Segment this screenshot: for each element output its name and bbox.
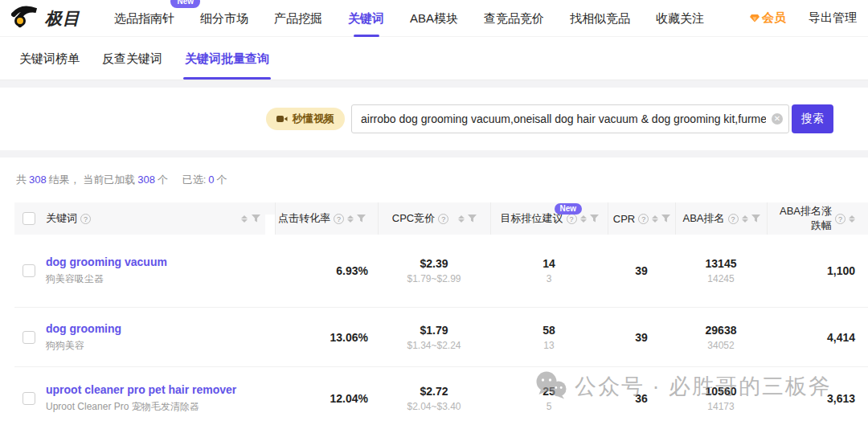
row-checkbox[interactable]: [23, 392, 35, 405]
nav-item-similar-competitors[interactable]: 找相似竞品: [557, 0, 643, 37]
target-rank-value: 25: [490, 385, 608, 398]
row-checkbox[interactable]: [23, 331, 35, 344]
table-row[interactable]: dog grooming vacuum 狗美容吸尘器 6.93% $2.39 $…: [14, 235, 868, 308]
export-manager-link[interactable]: 导出管理: [809, 10, 857, 26]
selected-count: 0: [208, 174, 214, 186]
cpc-range: $1.34~$2.24: [378, 340, 490, 351]
header-aba-rank: ABA排名 ?: [675, 202, 767, 235]
table-row[interactable]: dog grooming 狗狗美容 13.06% $1.79 $1.34~$2.…: [14, 308, 868, 367]
video-tutorial-badge[interactable]: 秒懂视频: [266, 108, 345, 130]
nav-item-product-compass[interactable]: 选品指南针 New: [101, 0, 187, 37]
help-icon[interactable]: ?: [835, 214, 845, 224]
help-icon[interactable]: ?: [638, 214, 649, 224]
logo-text: 极目: [45, 7, 80, 30]
target-rank-sub: 5: [490, 401, 608, 412]
sort-icon[interactable]: [652, 215, 658, 223]
cpc-range: $1.79~$2.99: [378, 273, 490, 284]
cpc-value: $2.39: [378, 257, 490, 270]
diamond-icon: [750, 11, 760, 25]
sort-icon[interactable]: [742, 215, 748, 223]
video-camera-icon: [276, 113, 288, 125]
header-partial-column: [241, 215, 275, 223]
target-rank-value: 14: [490, 257, 608, 270]
help-icon[interactable]: ?: [567, 214, 577, 224]
nav-item-niche-market[interactable]: 细分市场: [187, 0, 261, 37]
sort-icon[interactable]: [849, 215, 855, 223]
table-header-row: 关键词 ? 点击转化率 ? CPC竞价 ?: [14, 202, 868, 235]
tab-keyword-ranking[interactable]: 关键词榜单: [8, 47, 91, 80]
sort-icon[interactable]: [241, 215, 248, 223]
top-navigation: 极目 选品指南针 New 细分市场 产品挖掘 关键词 ABA模块 查竞品竞价 找…: [0, 0, 868, 37]
aba-rank-value: 10560: [675, 385, 767, 398]
keyword-translation: 狗美容吸尘器: [46, 272, 167, 286]
cpr-value: 36: [635, 392, 648, 405]
aba-rank-sub: 34052: [675, 340, 767, 351]
filter-icon[interactable]: [468, 215, 477, 223]
click-rate-value: 12.04%: [330, 392, 368, 405]
loaded-count: 308: [137, 174, 155, 186]
nav-item-favorites[interactable]: 收藏关注: [643, 0, 717, 37]
fixed-column-gap: [265, 215, 275, 247]
row-checkbox[interactable]: [23, 264, 35, 277]
nav-item-competitor-bid[interactable]: 查竞品竞价: [471, 0, 557, 37]
header-target-rank: New 目标排位建议 ?: [490, 202, 608, 235]
select-all-checkbox[interactable]: [23, 212, 35, 225]
help-icon[interactable]: ?: [438, 214, 448, 224]
keyword-link[interactable]: dog grooming: [46, 322, 121, 335]
filter-icon[interactable]: [252, 215, 260, 223]
member-link[interactable]: 会员: [750, 10, 786, 26]
aba-change-value: 3,613: [827, 392, 855, 405]
cpc-value: $1.79: [378, 324, 490, 337]
keyword-search-input[interactable]: [351, 104, 789, 133]
cpr-value: 39: [635, 264, 648, 277]
active-subtab-underline: [183, 77, 271, 80]
cpc-value: $2.72: [378, 385, 490, 398]
search-section: 秒懂视频 ✕ 搜索: [0, 88, 868, 150]
keyword-link[interactable]: uproot cleaner pro pet hair remover: [46, 383, 236, 396]
tab-keyword-batch-query[interactable]: 关键词批量查询: [174, 47, 280, 80]
click-rate-value: 6.93%: [336, 264, 368, 277]
clear-input-icon[interactable]: ✕: [772, 113, 783, 125]
nav-item-keywords[interactable]: 关键词: [335, 0, 397, 37]
keyword-translation: Uproot Cleaner Pro 宠物毛发清除器: [46, 400, 236, 414]
help-icon[interactable]: ?: [80, 214, 91, 224]
cpr-value: 39: [635, 331, 648, 344]
header-cpc: CPC竞价 ?: [378, 202, 490, 235]
target-rank-value: 58: [490, 324, 608, 337]
nav-item-product-mining[interactable]: 产品挖掘: [261, 0, 335, 37]
cpc-range: $2.04~$3.40: [378, 401, 490, 412]
header-click-rate: 点击转化率 ?: [275, 202, 378, 235]
filter-icon[interactable]: [751, 215, 760, 223]
keyword-translation: 狗狗美容: [46, 339, 121, 353]
table-row[interactable]: uproot cleaner pro pet hair remover Upro…: [14, 367, 868, 425]
results-section: 共308结果， 当前已加载308个 已选:0个 关键词 ? 点击转化率: [0, 157, 868, 425]
keywords-table: 关键词 ? 点击转化率 ? CPC竞价 ?: [14, 202, 868, 425]
tab-reverse-keyword[interactable]: 反查关键词: [91, 47, 174, 80]
aba-rank-value: 13145: [675, 257, 767, 270]
sort-icon[interactable]: [580, 215, 587, 223]
brand-logo[interactable]: 极目: [11, 6, 80, 31]
aba-change-value: 1,100: [827, 264, 855, 277]
click-rate-value: 13.06%: [330, 331, 368, 344]
nav-item-aba-module[interactable]: ABA模块: [397, 0, 471, 37]
target-rank-sub: 3: [490, 273, 608, 284]
sort-icon[interactable]: [347, 215, 354, 223]
search-button[interactable]: 搜索: [792, 104, 833, 133]
aba-change-value: 4,414: [827, 331, 855, 344]
sort-icon[interactable]: [458, 215, 465, 223]
filter-icon[interactable]: [661, 215, 670, 223]
results-summary: 共308结果， 当前已加载308个 已选:0个: [0, 157, 868, 187]
filter-icon[interactable]: [590, 215, 599, 223]
keyword-sub-navigation: 关键词榜单 反查关键词 关键词批量查询: [0, 37, 868, 80]
filter-icon[interactable]: [357, 215, 366, 223]
main-menu: 选品指南针 New 细分市场 产品挖掘 关键词 ABA模块 查竞品竞价 找相似竞…: [101, 0, 717, 37]
header-cpr: CPR ?: [608, 202, 675, 235]
target-rank-sub: 13: [490, 340, 608, 351]
search-input-wrap: ✕: [351, 104, 789, 133]
aba-rank-value: 29638: [675, 324, 767, 337]
logo-icon: [11, 6, 42, 31]
help-icon[interactable]: ?: [334, 214, 344, 224]
help-icon[interactable]: ?: [728, 214, 739, 224]
keyword-link[interactable]: dog grooming vacuum: [46, 255, 167, 268]
aba-rank-sub: 14173: [675, 401, 767, 412]
